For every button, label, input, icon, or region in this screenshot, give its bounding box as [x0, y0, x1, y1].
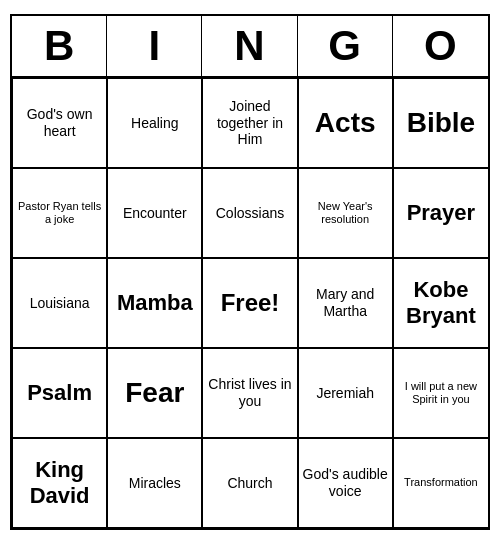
header-letter: N	[202, 16, 297, 76]
bingo-cell: Bible	[393, 78, 488, 168]
header-letter: G	[298, 16, 393, 76]
bingo-cell: I will put a new Spirit in you	[393, 348, 488, 438]
bingo-cell: Mary and Martha	[298, 258, 393, 348]
bingo-cell: Mamba	[107, 258, 202, 348]
bingo-cell: Prayer	[393, 168, 488, 258]
bingo-cell: Acts	[298, 78, 393, 168]
bingo-cell: Free!	[202, 258, 297, 348]
bingo-card: BINGO God's own heartHealingJoined toget…	[10, 14, 490, 530]
header-letter: B	[12, 16, 107, 76]
bingo-cell: Psalm	[12, 348, 107, 438]
bingo-cell: Church	[202, 438, 297, 528]
bingo-cell: God's audible voice	[298, 438, 393, 528]
bingo-cell: Encounter	[107, 168, 202, 258]
bingo-cell: Louisiana	[12, 258, 107, 348]
header-letter: I	[107, 16, 202, 76]
header-letter: O	[393, 16, 488, 76]
bingo-cell: God's own heart	[12, 78, 107, 168]
bingo-grid: God's own heartHealingJoined together in…	[12, 78, 488, 528]
bingo-cell: Healing	[107, 78, 202, 168]
bingo-cell: King David	[12, 438, 107, 528]
bingo-cell: New Year's resolution	[298, 168, 393, 258]
bingo-cell: Transformation	[393, 438, 488, 528]
bingo-cell: Colossians	[202, 168, 297, 258]
bingo-cell: Kobe Bryant	[393, 258, 488, 348]
bingo-cell: Pastor Ryan tells a joke	[12, 168, 107, 258]
bingo-cell: Joined together in Him	[202, 78, 297, 168]
bingo-cell: Christ lives in you	[202, 348, 297, 438]
bingo-cell: Miracles	[107, 438, 202, 528]
bingo-cell: Jeremiah	[298, 348, 393, 438]
bingo-cell: Fear	[107, 348, 202, 438]
bingo-header: BINGO	[12, 16, 488, 78]
